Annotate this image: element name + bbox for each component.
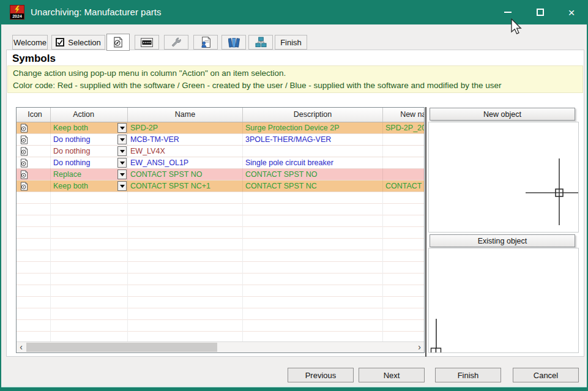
- new-name-cell[interactable]: SPD-2P_2025: [383, 122, 424, 134]
- maximize-icon: [537, 9, 544, 16]
- action-cell[interactable]: Do nothing: [51, 146, 128, 157]
- app-icon-year: 2024: [10, 13, 24, 19]
- minimize-button[interactable]: [497, 2, 518, 22]
- new-name-cell[interactable]: [383, 146, 424, 157]
- description-cell[interactable]: Surge Protection Device 2P: [243, 122, 383, 134]
- action-dropdown-button[interactable]: [117, 181, 127, 191]
- new-name-cell[interactable]: [383, 157, 424, 169]
- action-cell[interactable]: Do nothing: [51, 134, 128, 146]
- table-header: Icon Action Name Description New name: [17, 108, 424, 122]
- tab-finish-label: Finish: [280, 38, 302, 47]
- next-button[interactable]: Next: [359, 368, 425, 382]
- column-header-action[interactable]: Action: [51, 108, 128, 122]
- tab-catalog[interactable]: [221, 35, 246, 50]
- tab-title-blocks[interactable]: [135, 35, 159, 50]
- tab-welcome[interactable]: Welcome: [12, 35, 48, 50]
- tab-structure[interactable]: [248, 35, 273, 50]
- close-icon: ×: [568, 7, 575, 18]
- description-cell[interactable]: Single pole circuit breaker: [243, 157, 383, 169]
- empty-row: [17, 250, 424, 262]
- table-row[interactable]: Do nothing EW_ANSI_OL1P Single pole circ…: [17, 157, 424, 169]
- minimize-icon: [504, 12, 512, 13]
- empty-row: [17, 227, 424, 239]
- column-header-new-name[interactable]: New name: [383, 108, 425, 122]
- new-name-cell[interactable]: [383, 169, 424, 181]
- action-value: Do nothing: [53, 135, 90, 144]
- action-dropdown-button[interactable]: [117, 146, 127, 156]
- tab-welcome-label: Welcome: [13, 38, 47, 47]
- action-cell[interactable]: Do nothing: [51, 157, 128, 169]
- description-cell[interactable]: 3POLE-THER/MAG-VER: [243, 134, 383, 146]
- checkbox-checked-icon[interactable]: [56, 38, 64, 47]
- empty-row: [17, 274, 424, 285]
- empty-row: [17, 308, 424, 320]
- panel-splitter[interactable]: [425, 107, 426, 357]
- name-cell[interactable]: MCB-TM-VER: [128, 134, 243, 146]
- tab-finish[interactable]: Finish: [275, 35, 307, 50]
- table-row[interactable]: Do nothing EW_LV4X: [17, 146, 424, 157]
- tab-manufacturer-parts[interactable]: [193, 35, 218, 50]
- title-bar: 2024 Unarchiving: Manufacturer parts ×: [1, 0, 587, 24]
- maximize-button[interactable]: [530, 2, 551, 22]
- action-value: Keep both: [53, 124, 88, 132]
- previous-button[interactable]: Previous: [288, 368, 354, 382]
- new-object-header: New object: [430, 108, 575, 121]
- name-cell[interactable]: CONTACT SPST NC+1: [128, 181, 243, 192]
- chevron-down-icon: [120, 185, 125, 190]
- name-cell[interactable]: EW_ANSI_OL1P: [128, 157, 243, 169]
- action-dropdown-button[interactable]: [117, 135, 127, 144]
- empty-row: [17, 239, 424, 250]
- empty-row: [17, 204, 424, 215]
- action-dropdown-button[interactable]: [117, 158, 127, 168]
- cancel-button[interactable]: Cancel: [513, 368, 579, 382]
- name-cell[interactable]: EW_LV4X: [128, 146, 243, 157]
- description-cell[interactable]: [243, 146, 383, 157]
- table-row[interactable]: Keep both CONTACT SPST NC+1 CONTACT SPST…: [17, 181, 424, 192]
- chevron-down-icon: [120, 173, 125, 179]
- app-icon: 2024: [10, 5, 24, 20]
- empty-row: [17, 297, 424, 308]
- frame-icon: [141, 38, 153, 47]
- action-cell[interactable]: Replace: [51, 169, 128, 181]
- column-header-description[interactable]: Description: [243, 108, 383, 122]
- tab-symbols[interactable]: [106, 34, 130, 51]
- symbol-icon: [17, 134, 51, 146]
- column-header-icon[interactable]: Icon: [17, 108, 51, 122]
- action-dropdown-button[interactable]: [117, 123, 127, 133]
- new-name-cell[interactable]: [383, 134, 424, 146]
- description-cell[interactable]: CONTACT SPST NO: [243, 169, 383, 181]
- action-value: Do nothing: [53, 158, 90, 167]
- close-button[interactable]: ×: [561, 2, 582, 22]
- scroll-left-icon[interactable]: ‹: [17, 342, 26, 352]
- empty-row: [17, 320, 424, 332]
- column-header-name[interactable]: Name: [128, 108, 243, 122]
- new-symbol-drawing: [429, 122, 579, 233]
- new-object-preview: [428, 122, 579, 233]
- existing-symbol-drawing: [429, 248, 579, 353]
- empty-row: [17, 192, 424, 204]
- name-cell[interactable]: SPD-2P: [128, 122, 243, 134]
- tab-selection-label: Selection: [68, 38, 100, 47]
- action-dropdown-button[interactable]: [117, 169, 127, 179]
- action-cell[interactable]: Keep both: [51, 122, 128, 134]
- page-title: Symbols: [12, 53, 56, 65]
- symbol-page-icon: [113, 37, 124, 48]
- table-row[interactable]: Replace CONTACT SPST NO CONTACT SPST NO: [17, 169, 424, 181]
- symbol-icon: [17, 181, 51, 192]
- tab-selection[interactable]: Selection: [51, 35, 105, 50]
- description-cell[interactable]: CONTACT SPST NC: [243, 181, 383, 192]
- horizontal-scrollbar[interactable]: ‹ ›: [17, 341, 424, 352]
- scrollbar-thumb[interactable]: [26, 343, 217, 352]
- table-row[interactable]: Keep both SPD-2P Surge Protection Device…: [17, 122, 424, 134]
- window-bottom-border: [1, 387, 587, 391]
- name-cell[interactable]: CONTACT SPST NO: [128, 169, 243, 181]
- tab-macros[interactable]: [164, 35, 188, 50]
- table-row[interactable]: Do nothing MCB-TM-VER 3POLE-THER/MAG-VER: [17, 134, 424, 146]
- action-cell[interactable]: Keep both: [51, 181, 128, 192]
- chevron-down-icon: [120, 127, 125, 132]
- finish-button[interactable]: Finish: [435, 368, 501, 382]
- existing-object-preview: [428, 248, 579, 353]
- scroll-right-icon[interactable]: ›: [415, 342, 424, 352]
- wrench-icon: [171, 37, 182, 48]
- new-name-cell[interactable]: CONTACT SP: [383, 181, 424, 192]
